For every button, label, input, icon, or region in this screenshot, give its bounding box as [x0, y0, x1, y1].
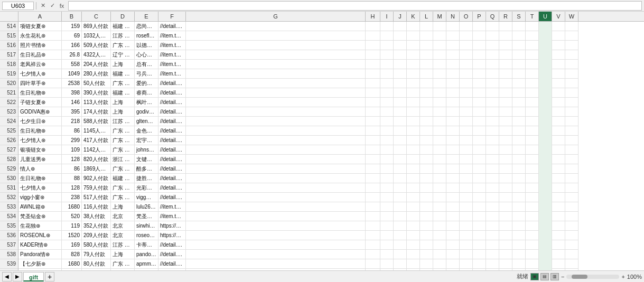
cell-T[interactable] [526, 88, 539, 98]
cell-K[interactable] [407, 202, 420, 212]
cell-N[interactable] [446, 174, 460, 183]
cell-L[interactable] [420, 69, 433, 79]
cell-O[interactable] [460, 164, 473, 174]
cell-K[interactable] [407, 22, 420, 31]
cell-V[interactable] [552, 174, 565, 183]
cell-P[interactable] [473, 117, 486, 126]
cell-S[interactable] [512, 164, 526, 174]
col-header-N[interactable]: N [446, 12, 460, 21]
cell-P[interactable] [473, 174, 486, 183]
cell-T[interactable] [526, 183, 539, 193]
cell-E[interactable]: lulu2642⊛ [135, 202, 158, 212]
col-header-O[interactable]: O [460, 12, 473, 21]
cell-E[interactable]: johnsongc⊛ [135, 145, 158, 155]
cell-V[interactable] [552, 41, 565, 50]
cell-R[interactable] [499, 212, 512, 221]
cell-H[interactable] [366, 31, 380, 41]
cell-E[interactable]: 金色年华⊛ [135, 126, 158, 136]
cell-B[interactable]: 88 [62, 174, 82, 183]
cell-A[interactable]: Pandora情⊛ [18, 250, 62, 259]
cell-C[interactable]: 50人付款 [82, 79, 111, 88]
cell-O[interactable] [460, 212, 473, 221]
table-row[interactable]: 七夕情人⊛299417人付款广东 广州宏宇吉祥⊛//detail.tn //g-… [18, 136, 578, 145]
table-row[interactable]: 银项链女⊛1091142人付款广东 广州johnsongc⊛//detail.t… [18, 145, 578, 155]
cell-D[interactable]: 广东 广州 [111, 269, 135, 270]
cell-O[interactable] [460, 231, 473, 240]
cell-M[interactable] [433, 98, 446, 107]
cell-W[interactable] [565, 117, 578, 126]
cell-Q[interactable] [486, 22, 499, 31]
row-num-524[interactable]: 524 [0, 117, 18, 126]
cell-K[interactable] [407, 117, 420, 126]
cell-G[interactable] [186, 269, 366, 270]
cell-L[interactable] [420, 126, 433, 136]
cell-U[interactable] [539, 41, 552, 50]
cell-O[interactable] [460, 98, 473, 107]
cell-B[interactable]: 128 [62, 183, 82, 193]
add-sheet-button[interactable]: + [45, 272, 54, 281]
cell-U[interactable] [539, 136, 552, 145]
cell-B[interactable]: 395 [62, 107, 82, 117]
cell-J[interactable] [394, 231, 407, 240]
cell-U[interactable] [539, 202, 552, 212]
cell-F[interactable]: //detail.tn //g-search1.alicdn.com/img/b… [158, 259, 186, 269]
cell-Q[interactable] [486, 145, 499, 155]
cell-I[interactable] [380, 69, 394, 79]
cell-A[interactable]: 生花独⊛ [18, 221, 62, 231]
cell-K[interactable] [407, 231, 420, 240]
cell-O[interactable] [460, 240, 473, 250]
cell-N[interactable] [446, 107, 460, 117]
cell-H[interactable] [366, 221, 380, 231]
cell-P[interactable] [473, 69, 486, 79]
row-num-533[interactable]: 533 [0, 202, 18, 212]
cell-K[interactable] [407, 145, 420, 155]
cell-Q[interactable] [486, 60, 499, 69]
cell-E[interactable]: apmmona⊛ [135, 269, 158, 270]
cell-C[interactable]: 869人付款 [82, 22, 111, 31]
cell-V[interactable] [552, 259, 565, 269]
cell-U[interactable] [539, 183, 552, 193]
cell-A[interactable]: 【七夕新⊛ [18, 259, 62, 269]
cell-N[interactable] [446, 221, 460, 231]
cell-F[interactable]: //item.tao //g-search1.alicdn.com/img/ba… [158, 60, 186, 69]
cell-D[interactable]: 广东 广州 [111, 79, 135, 88]
cell-N[interactable] [446, 31, 460, 41]
cell-F[interactable]: //item.tao //g-search1.alicdn.com/img/ba… [158, 212, 186, 221]
col-header-C[interactable]: C [82, 12, 111, 21]
row-num-523[interactable]: 523 [0, 107, 18, 117]
cell-H[interactable] [366, 79, 380, 88]
cell-C[interactable]: 1032人付款 [82, 31, 111, 41]
cell-M[interactable] [433, 107, 446, 117]
cell-F[interactable]: //detail.tn //g-search1.alicdn.com/img/b… [158, 136, 186, 145]
cell-L[interactable] [420, 155, 433, 164]
cell-K[interactable] [407, 193, 420, 202]
sheet-tab-gift[interactable]: gift [23, 272, 44, 281]
row-num-517[interactable]: 517 [0, 50, 18, 60]
cell-L[interactable] [420, 31, 433, 41]
cell-D[interactable]: 福建 泉州 [111, 69, 135, 79]
cell-S[interactable] [512, 126, 526, 136]
cell-H[interactable] [366, 22, 380, 31]
cell-H[interactable] [366, 126, 380, 136]
cell-L[interactable] [420, 117, 433, 126]
cell-C[interactable]: 509人付款 [82, 41, 111, 50]
row-num-536[interactable]: 536 [0, 231, 18, 240]
cell-T[interactable] [526, 41, 539, 50]
confirm-button[interactable]: ✓ [48, 2, 57, 10]
table-row[interactable]: 七夕生日⊛218588人付款江苏 常州glten旗舰⊛//detail.tn /… [18, 117, 578, 126]
cell-Q[interactable] [486, 259, 499, 269]
cell-I[interactable] [380, 193, 394, 202]
cell-L[interactable] [420, 259, 433, 269]
cell-L[interactable] [420, 202, 433, 212]
cell-W[interactable] [565, 212, 578, 221]
cell-M[interactable] [433, 41, 446, 50]
cell-V[interactable] [552, 50, 565, 60]
cell-H[interactable] [366, 107, 380, 117]
cell-L[interactable] [420, 88, 433, 98]
col-header-R[interactable]: R [499, 12, 512, 21]
cell-D[interactable]: 江苏 常州 [111, 117, 135, 126]
cell-R[interactable] [499, 117, 512, 126]
cell-R[interactable] [499, 269, 512, 270]
cell-G[interactable] [186, 259, 366, 269]
cell-M[interactable] [433, 202, 446, 212]
